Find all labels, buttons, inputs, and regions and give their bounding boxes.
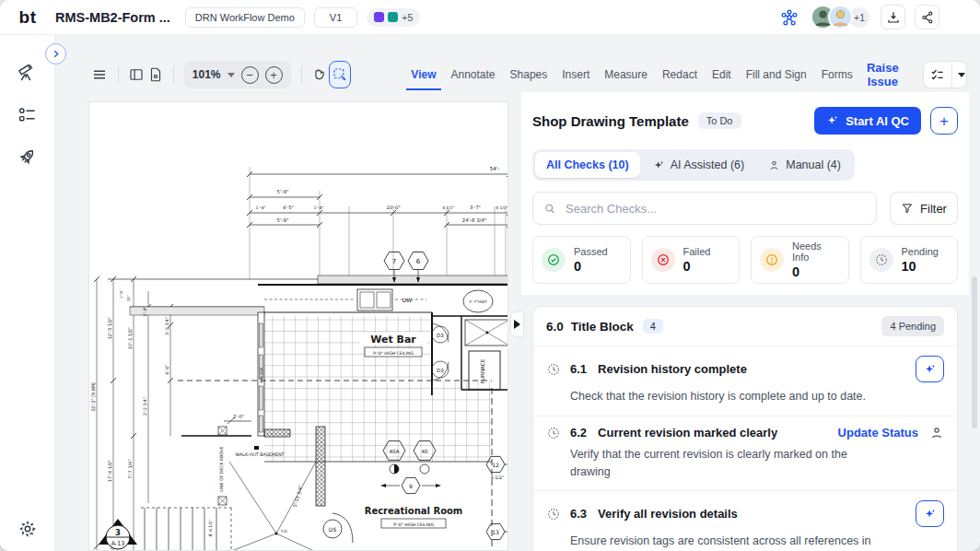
drawing-page[interactable]: 54'- 5'-9" 1'-4" 4'-5" 1'-4" 10'-0" 4 1/… xyxy=(88,101,508,551)
thumbnails-panel-button[interactable] xyxy=(127,63,146,87)
avatar xyxy=(828,5,853,29)
tab-forms[interactable]: Forms xyxy=(817,59,858,90)
menu-button[interactable] xyxy=(90,63,110,87)
zoom-level[interactable]: 101% xyxy=(192,68,221,81)
label-bar-side: BAR SIDE xyxy=(260,367,263,383)
stat-card-passed[interactable]: Passed0 xyxy=(532,236,631,284)
dim-label: 1'-4" xyxy=(256,205,266,210)
add-check-button[interactable]: + xyxy=(930,107,958,135)
stat-card-pending[interactable]: Pending10 xyxy=(860,236,959,284)
checklist-panel-button[interactable] xyxy=(924,62,951,88)
tab-annotate[interactable]: Annotate xyxy=(447,59,500,90)
raise-issue-button[interactable]: Raise Issue xyxy=(858,61,908,88)
sidebar-item-settings[interactable] xyxy=(17,518,39,540)
stat-card-failed[interactable]: Failed0 xyxy=(642,236,741,284)
update-status-button[interactable]: Update Status xyxy=(838,426,918,440)
org-overflow-count: +5 xyxy=(402,12,413,23)
run-ai-check-button[interactable] xyxy=(916,500,944,527)
page-settings-button[interactable] xyxy=(146,63,165,87)
dim-label: 8'-6 1/2" xyxy=(208,520,213,537)
page-icon xyxy=(147,66,164,83)
check-title: Revision history complete xyxy=(598,362,747,376)
label-dw: DW xyxy=(402,297,413,303)
sidebar-expand-button[interactable] xyxy=(45,43,66,64)
rocket-icon xyxy=(17,147,38,168)
tab-ai-assisted[interactable]: AI Assisted (6) xyxy=(642,152,756,178)
filter-button[interactable]: Filter xyxy=(890,192,958,225)
share-button[interactable] xyxy=(915,5,939,29)
stat-label: Needs Info xyxy=(792,240,840,263)
app-window: bt RMS-MB2-Form ... DRN WorkFlow Demo V1… xyxy=(0,0,980,551)
panel-scrollbar[interactable] xyxy=(969,92,980,551)
triangle-right-icon xyxy=(514,320,520,329)
tab-shapes[interactable]: Shapes xyxy=(506,59,553,90)
stat-card-needs-info[interactable]: Needs Info0 xyxy=(751,236,849,284)
pan-tool-button[interactable] xyxy=(309,63,329,87)
marker-hex-7: 7 xyxy=(392,258,396,265)
search-checks-input[interactable] xyxy=(564,201,866,217)
dim-label: 1'-4" xyxy=(314,205,324,210)
start-ai-qc-button[interactable]: Start AI QC xyxy=(814,107,921,135)
door-tag-d3: D3 xyxy=(437,333,444,338)
tab-all-checks[interactable]: All Checks (10) xyxy=(535,152,640,178)
zoom-out-button[interactable]: − xyxy=(241,66,259,84)
check-row-6-2[interactable]: 6.2 Current revision marked clearly Upda… xyxy=(533,416,957,492)
dim-label: 6'-0" xyxy=(165,365,169,375)
org-avatars-pill[interactable]: +5 xyxy=(367,8,420,27)
tab-view[interactable]: View xyxy=(406,59,440,90)
workflow-network-button[interactable] xyxy=(777,6,801,29)
run-ai-check-button[interactable] xyxy=(916,356,944,382)
collaborator-avatars[interactable]: +1 xyxy=(811,5,871,29)
check-row-6-1[interactable]: 6.1 Revision history complete Check that… xyxy=(533,346,957,416)
check-circle-icon xyxy=(546,252,561,267)
tab-insert[interactable]: Insert xyxy=(557,59,594,90)
checklist-split-button xyxy=(923,61,967,88)
qc-panel-header-card: Shop Drawing Template To Do Start AI QC … xyxy=(521,92,969,295)
dim-label: 5'-11 1/4" xyxy=(292,485,304,508)
zoom-in-button[interactable]: + xyxy=(265,66,283,84)
filter-label: Filter xyxy=(920,202,947,216)
dim-label: 17'-6 1/2" xyxy=(107,460,112,483)
sidebar-item-explore[interactable] xyxy=(17,61,39,83)
checklist-icon xyxy=(929,66,946,83)
marker-hex-9: 9 xyxy=(409,483,413,489)
marquee-icon xyxy=(332,66,348,83)
pending-clock-icon xyxy=(546,362,561,377)
tab-edit[interactable]: Edit xyxy=(707,59,736,90)
start-ai-qc-label: Start AI QC xyxy=(846,114,909,128)
section-number: 6.0 xyxy=(546,320,564,334)
chevron-down-icon[interactable] xyxy=(228,73,235,77)
panel-collapse-handle[interactable] xyxy=(510,311,524,337)
network-icon xyxy=(779,7,799,28)
version-badge[interactable]: V1 xyxy=(314,7,357,28)
marker-hex-40a: 40A xyxy=(390,449,400,454)
check-filter-tabs: All Checks (10) AI Assisted (6) Manual (… xyxy=(532,149,855,181)
sidebar-item-checklists[interactable] xyxy=(17,103,39,125)
check-section-card: 6.0 Title Block 4 4 Pending 6.1 Revision… xyxy=(532,306,958,551)
tab-manual[interactable]: Manual (4) xyxy=(757,152,852,178)
label-hwt: 3'-7"HWT xyxy=(469,299,487,304)
room-sub-wet-bar: 9'-0" HIGH CEILING xyxy=(373,351,414,356)
marquee-select-tool-button[interactable] xyxy=(329,61,351,88)
workflow-badge[interactable]: DRN WorkFlow Demo xyxy=(185,7,305,28)
assignee-person-icon[interactable] xyxy=(929,426,944,440)
download-button[interactable] xyxy=(881,5,905,29)
check-row-6-3[interactable]: 6.3 Verify all revision details Ensure r… xyxy=(533,491,957,551)
dim-label: 4'-5" xyxy=(283,205,294,210)
status-badge: To Do xyxy=(698,112,741,129)
stat-label: Passed xyxy=(574,246,608,257)
door-tag-d5: D5 xyxy=(329,526,337,533)
check-description: Ensure revision tags are consistent acro… xyxy=(570,533,888,551)
tab-redact[interactable]: Redact xyxy=(658,59,702,90)
section-header-title-block[interactable]: 6.0 Title Block 4 4 Pending xyxy=(533,307,957,346)
tab-measure[interactable]: Measure xyxy=(600,59,652,90)
stat-value: 10 xyxy=(902,259,939,274)
stat-label: Failed xyxy=(683,246,711,257)
scrollbar-thumb[interactable] xyxy=(972,276,977,428)
tab-fill-and-sign[interactable]: Fill and Sign xyxy=(741,59,811,90)
room-sub-rec-room: 9'-0" HIGH CEILING xyxy=(393,522,434,527)
sidebar-item-launch[interactable] xyxy=(17,146,39,168)
checklist-dropdown-button[interactable] xyxy=(951,62,967,88)
dim-label: 5'-9" xyxy=(277,217,289,223)
marker-hex-6: 6 xyxy=(416,258,421,265)
